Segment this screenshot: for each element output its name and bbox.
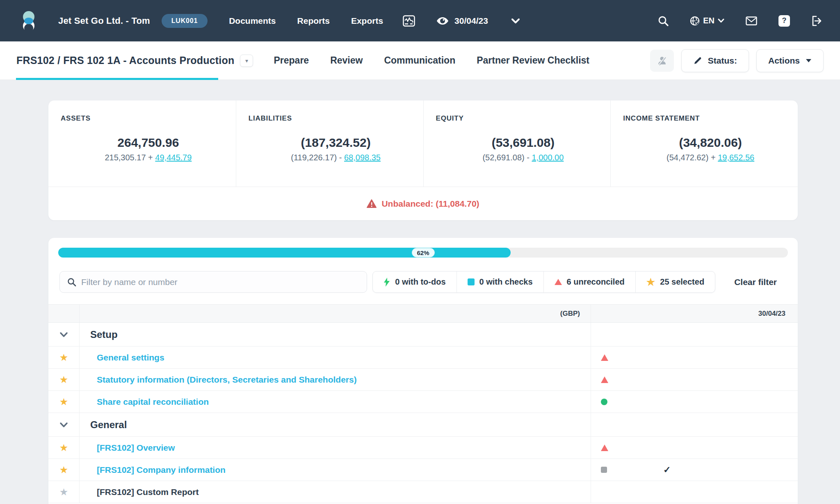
star-toggle[interactable]: ★ bbox=[59, 443, 68, 453]
filter-badge-label: 6 unreconciled bbox=[567, 277, 625, 287]
status-unreconciled-icon bbox=[601, 354, 608, 361]
nav-link-reports[interactable]: Reports bbox=[297, 16, 330, 26]
tile-assets: ASSETS 264,750.96 215,305.17 + 49,445.79 bbox=[48, 100, 236, 187]
company-code-badge[interactable]: LUK001 bbox=[162, 14, 208, 28]
actions-button-label: Actions bbox=[768, 56, 800, 66]
tile-value: (53,691.08) bbox=[436, 136, 611, 150]
worksheet-card: 62% 0 with to-dos 0 with checks 6 unreco… bbox=[48, 238, 798, 504]
unbalanced-warning: Unbalanced: (11,084.70) bbox=[48, 187, 798, 220]
summary-tiles: ASSETS 264,750.96 215,305.17 + 49,445.79… bbox=[48, 100, 798, 187]
help-icon[interactable]: ? bbox=[778, 15, 790, 27]
person-slash-icon bbox=[657, 55, 667, 66]
logout-icon[interactable] bbox=[811, 16, 822, 26]
collapse-chevron-icon[interactable] bbox=[60, 422, 68, 427]
header-date: 30/04/23 bbox=[591, 305, 798, 322]
activity-monitor-icon[interactable] bbox=[403, 15, 415, 27]
eye-icon[interactable] bbox=[436, 17, 449, 25]
page-title: FRS102 / FRS 102 1A - Accounts Productio… bbox=[16, 55, 234, 66]
table-row: ★ [FRS102] Overview bbox=[48, 437, 798, 459]
period-chevron-down-icon[interactable] bbox=[511, 18, 520, 24]
language-chevron-down-icon bbox=[718, 18, 724, 23]
tile-formula: (119,226.17) - 68,098.35 bbox=[249, 153, 423, 162]
unassign-user-button[interactable] bbox=[650, 50, 674, 72]
title-dropdown-button[interactable]: ▾ bbox=[240, 55, 253, 67]
formula-link[interactable]: 1,000.00 bbox=[532, 153, 564, 162]
status-neutral-icon bbox=[601, 467, 607, 473]
navbar-right-icons: EN ? bbox=[658, 15, 822, 27]
warning-triangle-icon bbox=[367, 199, 377, 208]
tile-formula: (54,472.62) + 19,652.56 bbox=[623, 153, 798, 162]
formula-link[interactable]: 49,445.79 bbox=[155, 153, 192, 162]
formula-prefix: (52,691.08) - bbox=[482, 153, 532, 162]
search-icon[interactable] bbox=[658, 16, 669, 26]
star-toggle[interactable]: ★ bbox=[59, 397, 68, 407]
tile-value: (34,820.06) bbox=[623, 136, 798, 150]
status-unreconciled-icon bbox=[601, 376, 608, 383]
tile-liabilities: LIABILITIES (187,324.52) (119,226.17) - … bbox=[236, 100, 423, 187]
filter-badge-label: 25 selected bbox=[660, 277, 704, 287]
progress-percent-label: 62% bbox=[411, 248, 434, 258]
filter-search-icon bbox=[67, 278, 76, 287]
formula-prefix: (54,472.62) + bbox=[667, 153, 718, 162]
clear-filter-button[interactable]: Clear filter bbox=[734, 277, 777, 287]
messages-envelope-icon[interactable] bbox=[746, 16, 757, 25]
globe-icon bbox=[690, 16, 700, 26]
collapse-chevron-icon[interactable] bbox=[60, 332, 68, 337]
progress-fill bbox=[58, 248, 511, 258]
template-label[interactable]: [FRS102] Custom Report bbox=[80, 487, 199, 497]
filter-badge-unreconciled[interactable]: 6 unreconciled bbox=[543, 271, 635, 292]
template-link[interactable]: Share capital reconciliation bbox=[80, 397, 209, 407]
filter-badge-todos[interactable]: 0 with to-dos bbox=[373, 271, 456, 292]
tab-communication[interactable]: Communication bbox=[384, 55, 455, 66]
tile-formula: 215,305.17 + 49,445.79 bbox=[61, 153, 236, 162]
tile-income-statement: INCOME STATEMENT (34,820.06) (54,472.62)… bbox=[610, 100, 798, 187]
star-toggle[interactable]: ★ bbox=[59, 465, 68, 475]
language-label: EN bbox=[703, 16, 714, 25]
template-link[interactable]: [FRS102] Company information bbox=[80, 465, 226, 475]
checkmark-icon: ✓ bbox=[663, 465, 671, 475]
tab-prepare[interactable]: Prepare bbox=[274, 55, 309, 66]
accounts-table: (GBP) 30/04/23 Setup ★ General settings … bbox=[48, 304, 798, 503]
subnav-tabs: Prepare Review Communication Partner Rev… bbox=[274, 55, 589, 66]
company-name[interactable]: Jet Set Go Ltd. - Tom bbox=[58, 16, 150, 26]
tile-equity: EQUITY (53,691.08) (52,691.08) - 1,000.0… bbox=[423, 100, 611, 187]
header-star-col bbox=[48, 305, 80, 322]
star-toggle[interactable]: ★ bbox=[59, 487, 68, 497]
progress-bar: 62% bbox=[58, 248, 788, 258]
tab-partner-review-checklist[interactable]: Partner Review Checklist bbox=[477, 55, 589, 66]
financial-summary-card: ASSETS 264,750.96 215,305.17 + 49,445.79… bbox=[48, 100, 798, 220]
tab-review[interactable]: Review bbox=[330, 55, 363, 66]
filter-input-wrap bbox=[59, 271, 367, 293]
star-toggle[interactable]: ★ bbox=[59, 353, 68, 363]
nav-link-exports[interactable]: Exports bbox=[351, 16, 383, 26]
tile-label: EQUITY bbox=[436, 114, 611, 123]
star-toggle[interactable]: ★ bbox=[59, 375, 68, 385]
template-link[interactable]: Statutory information (Directors, Secret… bbox=[80, 375, 357, 385]
active-tab-underline bbox=[16, 78, 218, 80]
filter-toolbar: 0 with to-dos 0 with checks 6 unreconcil… bbox=[59, 271, 787, 293]
formula-link[interactable]: 68,098.35 bbox=[344, 153, 381, 162]
filter-input[interactable] bbox=[81, 277, 359, 287]
formula-link[interactable]: 19,652.56 bbox=[718, 153, 754, 162]
language-selector[interactable]: EN bbox=[690, 16, 724, 26]
table-row: ★ [FRS102] Custom Report bbox=[48, 481, 798, 503]
tile-label: ASSETS bbox=[61, 114, 236, 123]
table-row: ★ Statutory information (Directors, Secr… bbox=[48, 369, 798, 391]
actions-button[interactable]: Actions bbox=[756, 49, 824, 72]
template-link[interactable]: General settings bbox=[80, 353, 164, 363]
filter-badge-selected[interactable]: ★ 25 selected bbox=[635, 271, 715, 292]
filter-badge-label: 0 with checks bbox=[479, 277, 533, 287]
unbalanced-label: Unbalanced: bbox=[381, 199, 433, 208]
status-button[interactable]: Status: bbox=[681, 49, 749, 72]
unreconciled-triangle-icon bbox=[555, 279, 562, 285]
table-row: ★ Share capital reconciliation bbox=[48, 391, 798, 413]
check-square-icon bbox=[468, 278, 475, 285]
silverfin-logo[interactable] bbox=[19, 9, 39, 33]
nav-link-documents[interactable]: Documents bbox=[229, 16, 276, 26]
star-icon: ★ bbox=[646, 277, 655, 287]
filter-badge-checks[interactable]: 0 with checks bbox=[457, 271, 543, 292]
top-navbar: Jet Set Go Ltd. - Tom LUK001 Documents R… bbox=[0, 0, 840, 41]
tile-formula: (52,691.08) - 1,000.00 bbox=[436, 153, 611, 162]
template-link[interactable]: [FRS102] Overview bbox=[80, 443, 175, 453]
filter-badge-label: 0 with to-dos bbox=[395, 277, 445, 287]
